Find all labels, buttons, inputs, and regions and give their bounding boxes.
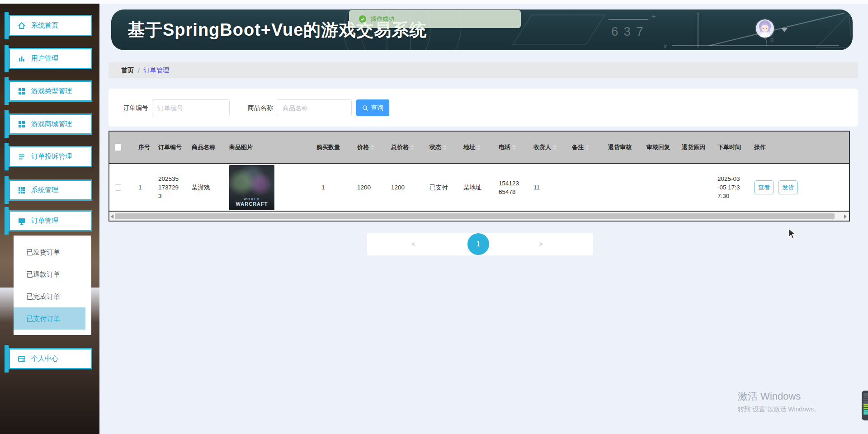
sidebar-item-label: 游戏商城管理 xyxy=(31,120,72,128)
sidebar-item-users[interactable]: 用户管理 xyxy=(9,48,92,69)
sidebar-item-game-types[interactable]: 游戏类型管理 xyxy=(9,80,92,102)
col-return-review: 退货审核 xyxy=(604,143,642,151)
sort-carets[interactable] xyxy=(371,145,374,150)
breadcrumb: 首页 / 订单管理 xyxy=(108,62,858,78)
scroll-left-arrow[interactable] xyxy=(111,214,113,219)
cell-price: 1200 xyxy=(353,184,387,191)
pagination-page-1[interactable]: 1 xyxy=(467,233,489,255)
toast-message: 操作成功 xyxy=(371,15,394,23)
sidebar-item-label: 订单投诉管理 xyxy=(31,152,72,161)
sidebar-item-orders[interactable]: 订单管理 xyxy=(9,210,92,231)
sidebar-item-label: 系统管理 xyxy=(31,186,58,194)
search-icon xyxy=(362,105,368,111)
product-image[interactable]: WORLD WARCRAFT xyxy=(229,165,274,210)
col-remark: 备注 xyxy=(567,143,604,151)
row-checkbox[interactable] xyxy=(115,184,121,191)
query-button[interactable]: 查询 xyxy=(356,99,389,116)
horizontal-scrollbar[interactable] xyxy=(109,212,849,221)
ship-button[interactable]: 发货 xyxy=(778,180,798,194)
sidebar-item-label: 订单管理 xyxy=(31,217,58,225)
breadcrumb-separator: / xyxy=(138,67,140,74)
svg-text:θ: θ xyxy=(770,37,774,43)
cell-phone: 15412365478 xyxy=(494,179,529,196)
cell-quantity: 1 xyxy=(310,184,353,191)
submenu-item-paid-orders[interactable]: 已支付订单 xyxy=(14,307,85,330)
cell-total-price: 1200 xyxy=(387,184,425,191)
submenu-item-refunded-orders[interactable]: 已退款订单 xyxy=(14,263,91,285)
list-icon xyxy=(17,152,26,161)
edge-indicator-widget xyxy=(862,391,868,420)
cell-order-time: 2025-03-05 17:37:30 xyxy=(713,175,750,200)
sidebar-item-label: 用户管理 xyxy=(31,54,58,63)
breadcrumb-home[interactable]: 首页 xyxy=(121,66,134,75)
table-header-row: 序号 订单编号 商品名称 商品图片 购买数量 价格 总价格 状态 地址 电话 收… xyxy=(109,132,849,164)
cell-receiver: 11 xyxy=(529,184,567,191)
search-panel: 订单编号 商品名称 查询 xyxy=(108,89,858,127)
scroll-right-arrow[interactable] xyxy=(844,214,847,219)
sidebar-item-profile[interactable]: 个人中心 xyxy=(9,348,92,369)
success-toast: 操作成功 xyxy=(349,10,521,28)
svg-text:637: 637 xyxy=(611,24,649,38)
cell-product-name: 某游戏 xyxy=(187,184,226,192)
grid-icon xyxy=(17,87,26,96)
sidebar-item-label: 个人中心 xyxy=(31,354,58,363)
cell-product-image: WORLD WARCRAFT xyxy=(226,165,310,210)
col-receiver: 收货人 xyxy=(529,143,567,151)
orders-submenu: 已发货订单 已退款订单 已完成订单 已支付订单 xyxy=(14,236,91,335)
sidebar: 系统首页 用户管理 游戏类型管理 游戏商城管理 订单投诉管理 系统管理 订单管理… xyxy=(0,4,99,434)
cell-index: 1 xyxy=(127,184,154,191)
cell-actions: 查看 发货 xyxy=(750,180,849,194)
pagination-prev[interactable]: < xyxy=(411,233,415,255)
orders-table: 序号 订单编号 商品名称 商品图片 购买数量 价格 总价格 状态 地址 电话 收… xyxy=(108,131,850,222)
col-actions: 操作 xyxy=(750,143,849,151)
sort-carets[interactable] xyxy=(512,145,516,150)
col-return-reason: 退货原因 xyxy=(677,143,713,151)
check-circle-icon xyxy=(359,15,366,23)
order-no-label: 订单编号 xyxy=(123,104,148,112)
scrollbar-thumb[interactable] xyxy=(115,213,835,219)
col-phone: 电话 xyxy=(494,143,529,151)
view-button[interactable]: 查看 xyxy=(754,180,774,194)
sidebar-item-home[interactable]: 系统首页 xyxy=(9,15,92,36)
submenu-item-completed-orders[interactable]: 已完成订单 xyxy=(14,285,91,307)
col-price: 价格 xyxy=(353,143,387,151)
user-avatar[interactable] xyxy=(756,19,774,38)
col-order-time: 下单时间 xyxy=(713,143,750,151)
col-status: 状态 xyxy=(425,143,459,151)
svg-text:+: + xyxy=(652,12,656,20)
product-name-label: 商品名称 xyxy=(248,104,273,112)
col-index: 序号 xyxy=(127,143,154,151)
monitor-icon xyxy=(17,217,26,226)
col-product-image: 商品图片 xyxy=(226,143,310,151)
top-strip xyxy=(0,0,868,4)
card-icon xyxy=(17,354,26,363)
col-review-reply: 审核回复 xyxy=(642,143,677,151)
table-row: 1 2025351737293 某游戏 WORLD WARCRAFT 1 120… xyxy=(109,164,849,212)
chevron-down-icon[interactable] xyxy=(781,28,788,32)
sidebar-item-order-complaints[interactable]: 订单投诉管理 xyxy=(9,146,92,167)
grid-icon xyxy=(17,120,26,129)
product-name-input[interactable] xyxy=(277,99,352,116)
cell-status: 已支付 xyxy=(425,184,459,192)
pagination: < 1 > xyxy=(367,233,593,255)
sidebar-item-system[interactable]: 系统管理 xyxy=(9,179,92,201)
sort-carets[interactable] xyxy=(477,145,481,150)
sort-carets[interactable] xyxy=(410,145,414,150)
col-address: 地址 xyxy=(459,143,494,151)
cell-address: 某地址 xyxy=(459,184,494,192)
pagination-next[interactable]: > xyxy=(539,233,543,255)
avatar-image xyxy=(756,19,774,38)
grid-9-icon xyxy=(17,186,26,195)
breadcrumb-current: 订单管理 xyxy=(144,66,169,75)
select-all-checkbox[interactable] xyxy=(115,144,121,151)
order-no-input[interactable] xyxy=(152,99,230,116)
col-quantity: 购买数量 xyxy=(310,143,353,151)
sort-carets[interactable] xyxy=(553,145,557,150)
submenu-item-shipped-orders[interactable]: 已发货订单 xyxy=(14,241,91,263)
sidebar-item-game-mall[interactable]: 游戏商城管理 xyxy=(9,113,92,135)
sort-carets[interactable] xyxy=(585,145,589,150)
cell-order-no: 2025351737293 xyxy=(154,175,187,200)
bar-chart-icon xyxy=(17,54,26,63)
col-product-name: 商品名称 xyxy=(187,143,226,151)
sort-carets[interactable] xyxy=(443,145,447,150)
